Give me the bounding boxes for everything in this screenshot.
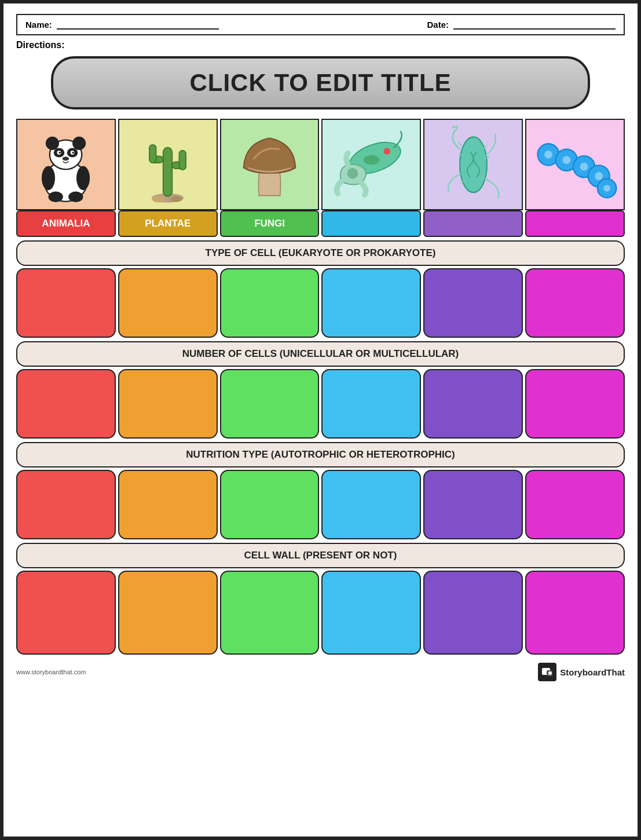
label-col4[interactable] <box>321 210 421 237</box>
cell-number-col5[interactable] <box>423 369 523 439</box>
cell-type-col6[interactable] <box>525 268 625 338</box>
svg-point-8 <box>59 151 61 153</box>
data-row-cell-wall <box>16 571 625 655</box>
svg-point-56 <box>548 671 552 675</box>
svg-rect-18 <box>163 147 173 196</box>
label-fungi[interactable]: FUNGI <box>220 210 320 237</box>
title-text: CLICK TO EDIT TITLE <box>189 69 451 96</box>
svg-point-35 <box>363 155 379 165</box>
nutrition-col6[interactable] <box>525 470 625 539</box>
footer: www.storyboardthat.com StoryboardThat <box>16 660 625 681</box>
svg-point-14 <box>69 191 83 202</box>
label-col5[interactable] <box>423 210 523 237</box>
brand-logo-svg <box>541 666 554 678</box>
beads-svg <box>532 125 619 205</box>
cell-type-col4[interactable] <box>321 268 421 338</box>
cell-wall-col4[interactable] <box>321 571 421 655</box>
nutrition-col1[interactable] <box>16 470 116 539</box>
svg-point-51 <box>595 172 603 180</box>
kingdom-img-bacteria <box>423 119 523 210</box>
svg-point-36 <box>347 168 358 179</box>
nutrition-col5[interactable] <box>423 470 523 539</box>
svg-point-13 <box>49 191 63 202</box>
cell-wall-col3[interactable] <box>220 571 320 655</box>
kingdom-img-archaea <box>525 119 625 210</box>
svg-point-37 <box>460 137 487 192</box>
cell-number-col6[interactable] <box>525 369 625 439</box>
svg-point-53 <box>603 185 610 192</box>
nutrition-col4[interactable] <box>321 470 421 539</box>
nutrition-col3[interactable] <box>220 470 320 539</box>
svg-point-2 <box>46 136 59 149</box>
cell-type-col5[interactable] <box>423 268 523 338</box>
cell-wall-col2[interactable] <box>118 571 218 655</box>
nutrition-col2[interactable] <box>118 470 218 539</box>
label-col6[interactable] <box>525 210 625 237</box>
svg-point-49 <box>580 163 588 171</box>
section-header-cell-number: NUMBER OF CELLS (UNICELLULAR OR MULTICEL… <box>16 341 625 367</box>
cell-wall-col1[interactable] <box>16 571 116 655</box>
directions-label: Directions: <box>16 40 625 50</box>
date-label: Date: <box>427 20 449 30</box>
kingdom-img-fungi <box>220 119 320 210</box>
name-label: Name: <box>25 20 52 30</box>
brand-icon <box>538 663 556 681</box>
kingdom-img-protista <box>321 119 421 210</box>
svg-point-10 <box>63 156 69 160</box>
section-header-cell-wall: CELL WALL (PRESENT OR NOT) <box>16 543 625 568</box>
data-row-cell-number <box>16 369 625 439</box>
svg-line-38 <box>458 142 462 146</box>
cell-type-col2[interactable] <box>118 268 218 338</box>
svg-point-11 <box>42 166 55 190</box>
header-row: Name: Date: <box>16 14 625 35</box>
data-row-nutrition <box>16 470 625 539</box>
footer-brand: StoryboardThat <box>538 663 625 681</box>
svg-rect-20 <box>149 144 156 163</box>
kingdom-label-row: ANIMALIA PLANTAE FUNGI <box>16 210 625 237</box>
label-plantae[interactable]: PLANTAE <box>118 210 218 237</box>
paramecium-svg <box>328 125 415 205</box>
cell-number-col2[interactable] <box>118 369 218 439</box>
cell-type-col3[interactable] <box>220 268 320 338</box>
svg-rect-22 <box>180 150 186 170</box>
svg-point-9 <box>72 151 74 153</box>
cell-wall-col5[interactable] <box>423 571 523 655</box>
svg-point-34 <box>383 148 390 155</box>
kingdoms-image-row <box>16 119 625 210</box>
kingdom-img-plantae <box>118 119 218 210</box>
mushroom-svg <box>226 125 313 205</box>
svg-point-3 <box>72 136 86 149</box>
date-field: Date: <box>427 20 616 30</box>
section-header-nutrition: NUTRITION TYPE (AUTOTROPHIC OR HETEROTRO… <box>16 442 625 468</box>
brand-name: StoryboardThat <box>560 667 625 677</box>
label-animalia[interactable]: ANIMALIA <box>16 210 116 237</box>
name-field: Name: <box>25 20 219 30</box>
cactus-svg <box>124 125 211 205</box>
title-box[interactable]: CLICK TO EDIT TITLE <box>51 56 590 109</box>
cell-number-col1[interactable] <box>16 369 116 439</box>
data-row-cell-type <box>16 268 625 338</box>
cell-type-col1[interactable] <box>16 268 116 338</box>
cell-number-col3[interactable] <box>220 369 320 439</box>
page: Name: Date: Directions: CLICK TO EDIT TI… <box>0 0 641 840</box>
footer-url: www.storyboardthat.com <box>16 669 86 675</box>
panda-svg <box>22 125 109 205</box>
svg-point-47 <box>562 156 570 164</box>
svg-point-16 <box>152 195 166 202</box>
kingdom-img-animalia <box>16 119 116 210</box>
svg-point-45 <box>544 151 552 159</box>
svg-point-12 <box>76 166 90 190</box>
section-header-cell-type: TYPE OF CELL (EUKARYOTE OR PROKARYOTE) <box>16 240 625 266</box>
date-line <box>453 20 616 30</box>
bacteria-svg <box>430 125 517 205</box>
cell-wall-col6[interactable] <box>525 571 625 655</box>
svg-point-17 <box>171 196 182 202</box>
cell-number-col4[interactable] <box>321 369 421 439</box>
name-line <box>57 20 219 30</box>
